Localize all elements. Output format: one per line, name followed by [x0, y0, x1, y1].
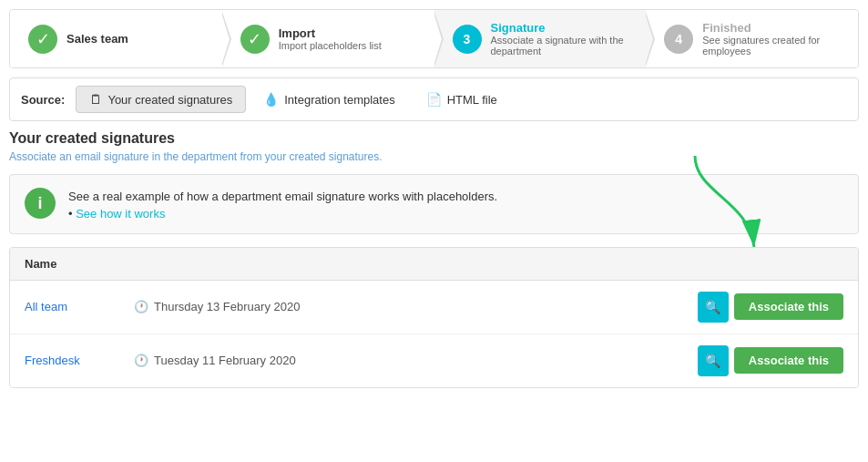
table-row: All team 🕐 Thursday 13 February 2020 🔍 A…: [10, 281, 858, 334]
info-icon: i: [25, 188, 56, 219]
row-actions-1: 🔍 Associate this: [698, 292, 843, 323]
source-label: Source:: [21, 93, 65, 107]
table-header: Name: [10, 248, 858, 281]
signatures-table: Name All team 🕐 Thursday 13 February 202…: [9, 247, 859, 388]
associate-button-1[interactable]: Associate this: [734, 293, 843, 320]
step-finished: 4 Finished See signatures created for em…: [646, 10, 858, 67]
stepper: ✓ Sales team ✓ Import Import placeholder…: [9, 9, 859, 68]
section-subtitle: Associate an email signature in the depa…: [9, 150, 859, 163]
tab-html-file[interactable]: 📄 HTML file: [413, 86, 511, 113]
step-subtitle-3: Associate a signature with the departmen…: [491, 35, 628, 56]
preview-button-2[interactable]: 🔍: [698, 345, 729, 376]
info-box: i See a real example of how a department…: [9, 174, 859, 234]
step-subtitle-2: Import placeholders list: [279, 40, 382, 51]
step-number-icon-3: 3: [453, 25, 482, 54]
preview-button-1[interactable]: 🔍: [698, 292, 729, 323]
step-check-icon-1: ✓: [28, 25, 57, 54]
step-signature: 3 Signature Associate a signature with t…: [434, 10, 647, 67]
info-bullet: •: [68, 207, 76, 221]
search-icon-2: 🔍: [705, 354, 720, 368]
step-title-1: Sales team: [66, 32, 128, 46]
step-sales-team: ✓ Sales team: [10, 10, 222, 67]
created-signatures-icon: 🗒: [89, 92, 102, 107]
clock-icon-1: 🕐: [134, 300, 148, 313]
tab-created-label: Your created signatures: [107, 93, 232, 107]
see-how-it-works-link[interactable]: See how it works: [76, 207, 165, 221]
clock-icon-2: 🕐: [134, 354, 148, 367]
table-row: Freshdesk 🕐 Tuesday 11 February 2020 🔍 A…: [10, 334, 858, 387]
tab-html-label: HTML file: [447, 93, 497, 107]
table-wrapper: Name All team 🕐 Thursday 13 February 202…: [9, 247, 859, 388]
html-icon: 📄: [426, 92, 442, 107]
row-name-freshdesk[interactable]: Freshdesk: [25, 354, 134, 367]
step-number-icon-4: 4: [664, 25, 693, 54]
step-import: ✓ Import Import placeholders list: [222, 10, 434, 67]
row-date-freshdesk: 🕐 Tuesday 11 February 2020: [134, 354, 698, 367]
integration-icon: 💧: [263, 92, 279, 107]
source-bar: Source: 🗒 Your created signatures 💧 Inte…: [9, 77, 859, 121]
row-date-all-team: 🕐 Thursday 13 February 2020: [134, 300, 698, 313]
tab-created-signatures[interactable]: 🗒 Your created signatures: [76, 86, 246, 113]
tab-integration-label: Integration templates: [284, 93, 394, 107]
step-check-icon-2: ✓: [240, 25, 270, 54]
tab-integration-templates[interactable]: 💧 Integration templates: [250, 86, 408, 113]
row-name-all-team[interactable]: All team: [25, 300, 134, 313]
step-subtitle-4: See signatures created for employees: [702, 35, 840, 56]
step-title-2: Import: [279, 26, 382, 40]
step-title-4: Finished: [702, 21, 840, 35]
row-actions-2: 🔍 Associate this: [698, 345, 843, 376]
search-icon: 🔍: [705, 300, 720, 314]
step-title-3: Signature: [491, 21, 628, 35]
info-text: See a real example of how a department e…: [68, 188, 497, 207]
main-content: Your created signatures Associate an ema…: [9, 130, 859, 388]
associate-button-2[interactable]: Associate this: [734, 347, 843, 374]
section-title: Your created signatures: [9, 130, 859, 147]
